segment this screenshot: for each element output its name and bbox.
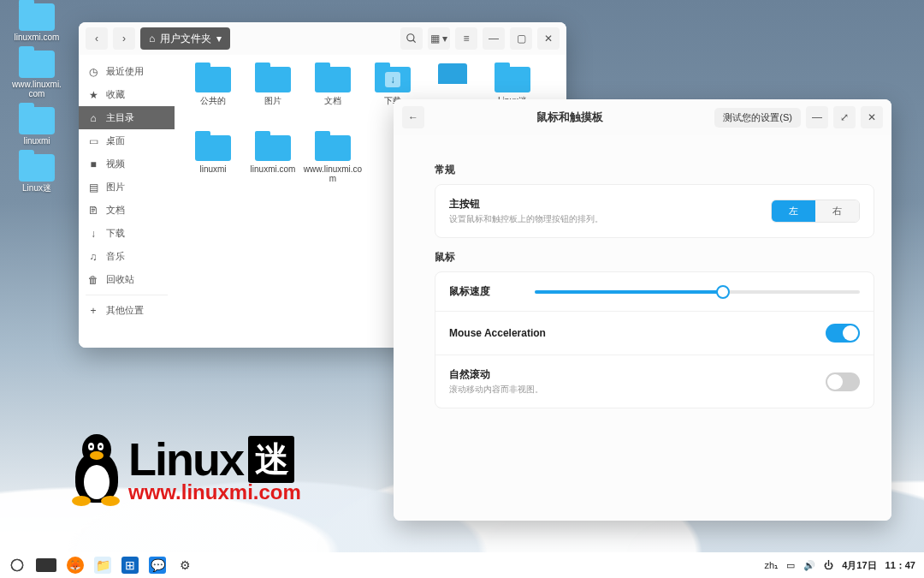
minimize-button[interactable]: — bbox=[806, 106, 828, 128]
star-icon: ★ bbox=[87, 89, 99, 101]
sidebar-item-pictures[interactable]: ▤图片 bbox=[79, 176, 175, 199]
watermark-url: www.linuxmi.com bbox=[128, 480, 301, 504]
download-icon: ↓ bbox=[87, 228, 99, 240]
taskbar-date[interactable]: 4月17日 bbox=[842, 559, 876, 572]
sidebar-item-trash[interactable]: 🗑回收站 bbox=[79, 268, 175, 291]
watermark-brand: Linux迷 bbox=[128, 432, 301, 486]
sidebar-item-documents[interactable]: 🖹文档 bbox=[79, 199, 175, 222]
settings-body: 常规 主按钮 设置鼠标和触控板上的物理按钮的排列。 左 右 鼠标 鼠标速度 bbox=[394, 135, 891, 521]
slider-thumb[interactable] bbox=[716, 285, 730, 299]
folder-icon bbox=[315, 135, 351, 161]
settings-title: 鼠标和触摸板 bbox=[429, 110, 709, 125]
desktop-folder[interactable]: www.linuxmi.com bbox=[10, 51, 63, 98]
download-folder-icon bbox=[375, 67, 411, 92]
taskbar-time[interactable]: 11：47 bbox=[886, 559, 915, 572]
sidebar-item-videos[interactable]: ■视频 bbox=[79, 152, 175, 176]
music-icon: ♫ bbox=[87, 251, 99, 263]
desktop-icon: ▭ bbox=[87, 135, 99, 147]
start-button[interactable] bbox=[9, 557, 26, 574]
chat-icon[interactable]: 💬 bbox=[149, 557, 166, 574]
folder-icon bbox=[19, 51, 55, 78]
grid-item[interactable]: 公共的 bbox=[183, 63, 243, 132]
mouse-card: 鼠标速度 Mouse Acceleration 自然滚动 滚动移动内容而非视图。 bbox=[435, 271, 874, 408]
mouse-accel-toggle[interactable] bbox=[826, 324, 860, 343]
chevron-down-icon: ▾ bbox=[216, 33, 222, 45]
natural-scroll-subtitle: 滚动移动内容而非视图。 bbox=[449, 384, 817, 396]
primary-button-title: 主按钮 bbox=[449, 197, 762, 212]
primary-button-row: 主按钮 设置鼠标和触控板上的物理按钮的排列。 左 右 bbox=[435, 185, 874, 237]
close-button[interactable]: ✕ bbox=[861, 106, 883, 128]
maximize-button[interactable]: ▢ bbox=[510, 27, 532, 50]
firefox-icon[interactable]: 🦊 bbox=[67, 557, 84, 574]
back-button[interactable]: ‹ bbox=[86, 27, 108, 50]
sidebar-item-downloads[interactable]: ↓下载 bbox=[79, 222, 175, 245]
mouse-accel-title: Mouse Acceleration bbox=[449, 327, 817, 339]
grid-item[interactable]: 图片 bbox=[243, 63, 303, 132]
grid-item[interactable]: linuxmi.com bbox=[243, 132, 303, 200]
test-settings-button[interactable]: 测试您的设置(S) bbox=[714, 108, 801, 128]
forward-button[interactable]: › bbox=[113, 27, 135, 50]
grid-item[interactable]: www.linuxmi.com bbox=[303, 132, 363, 200]
sidebar-item-home[interactable]: ⌂主目录 bbox=[79, 106, 175, 129]
video-icon: ■ bbox=[87, 158, 99, 170]
settings-icon[interactable]: ⚙ bbox=[176, 557, 193, 574]
files-icon[interactable]: 📁 bbox=[94, 557, 111, 574]
folder-icon bbox=[195, 67, 231, 92]
primary-button-segment: 左 右 bbox=[771, 200, 860, 223]
tux-logo bbox=[67, 434, 127, 503]
natural-scroll-toggle[interactable] bbox=[826, 372, 860, 391]
home-icon: ⌂ bbox=[87, 112, 99, 124]
svg-point-0 bbox=[407, 34, 414, 41]
mouse-speed-row: 鼠标速度 bbox=[435, 272, 874, 312]
path-bar[interactable]: ⌂ 用户文件夹 ▾ bbox=[140, 27, 230, 50]
folder-icon bbox=[255, 67, 291, 92]
desktop-folder[interactable]: linuxmi bbox=[10, 107, 63, 146]
desktop-folder[interactable]: Linux迷 bbox=[10, 154, 63, 193]
desktop-icons: linuxmi.com www.linuxmi.com linuxmi Linu… bbox=[10, 3, 63, 193]
mouse-speed-slider[interactable] bbox=[535, 290, 860, 294]
sidebar-item-starred[interactable]: ★收藏 bbox=[79, 83, 175, 106]
sidebar-item-recent[interactable]: ◷最近使用 bbox=[79, 60, 175, 83]
workspace-switcher[interactable] bbox=[36, 558, 56, 572]
home-icon: ⌂ bbox=[149, 33, 155, 45]
power-icon[interactable]: ⏻ bbox=[824, 560, 833, 570]
clock-icon: ◷ bbox=[87, 66, 99, 78]
svg-rect-4 bbox=[13, 563, 22, 567]
path-label: 用户文件夹 bbox=[160, 32, 211, 46]
slider-fill bbox=[535, 290, 723, 294]
sidebar-item-music[interactable]: ♫音乐 bbox=[79, 245, 175, 268]
view-toggle[interactable]: ▦ ▾ bbox=[428, 27, 450, 50]
grid-item[interactable]: linuxmi bbox=[183, 132, 243, 200]
general-card: 主按钮 设置鼠标和触控板上的物理按钮的排列。 左 右 bbox=[435, 184, 874, 238]
menu-button[interactable]: ≡ bbox=[455, 27, 477, 50]
mouse-accel-row: Mouse Acceleration bbox=[435, 312, 874, 355]
minimize-button[interactable]: — bbox=[483, 27, 505, 50]
sidebar-item-desktop[interactable]: ▭桌面 bbox=[79, 129, 175, 152]
folder-icon bbox=[195, 135, 231, 161]
software-icon[interactable]: ⊞ bbox=[121, 557, 139, 574]
settings-window: ← 鼠标和触摸板 测试您的设置(S) — ⤢ ✕ 常规 主按钮 设置鼠标和触控板… bbox=[394, 99, 891, 521]
display-icon[interactable]: ▭ bbox=[786, 560, 795, 571]
svg-line-1 bbox=[413, 40, 416, 43]
natural-scroll-row: 自然滚动 滚动移动内容而非视图。 bbox=[435, 355, 874, 408]
maximize-button[interactable]: ⤢ bbox=[833, 106, 856, 128]
settings-header: ← 鼠标和触摸板 测试您的设置(S) — ⤢ ✕ bbox=[394, 99, 891, 135]
back-button[interactable]: ← bbox=[402, 106, 424, 128]
close-button[interactable]: ✕ bbox=[537, 27, 560, 50]
search-button[interactable] bbox=[400, 27, 423, 50]
watermark: Linux迷 www.linuxmi.com bbox=[67, 432, 301, 504]
volume-icon[interactable]: 🔊 bbox=[803, 560, 815, 571]
sidebar-item-other[interactable]: +其他位置 bbox=[79, 299, 175, 322]
grid-item[interactable]: 文档 bbox=[303, 63, 363, 132]
segment-right[interactable]: 右 bbox=[815, 200, 859, 222]
file-manager-header: ‹ › ⌂ 用户文件夹 ▾ ▦ ▾ ≡ — ▢ ✕ bbox=[79, 22, 566, 55]
segment-left[interactable]: 左 bbox=[772, 200, 815, 222]
folder-icon bbox=[19, 3, 55, 31]
taskbar-right: zh₁ ▭ 🔊 ⏻ 4月17日 11：47 bbox=[765, 559, 915, 572]
section-heading-general: 常规 bbox=[435, 163, 874, 177]
document-icon bbox=[438, 63, 467, 96]
file-manager-sidebar: ◷最近使用 ★收藏 ⌂主目录 ▭桌面 ■视频 ▤图片 🖹文档 ↓下载 ♫音乐 🗑… bbox=[79, 55, 175, 348]
input-method-indicator[interactable]: zh₁ bbox=[765, 560, 779, 571]
primary-button-subtitle: 设置鼠标和触控板上的物理按钮的排列。 bbox=[449, 213, 762, 225]
desktop-folder[interactable]: linuxmi.com bbox=[10, 3, 63, 42]
